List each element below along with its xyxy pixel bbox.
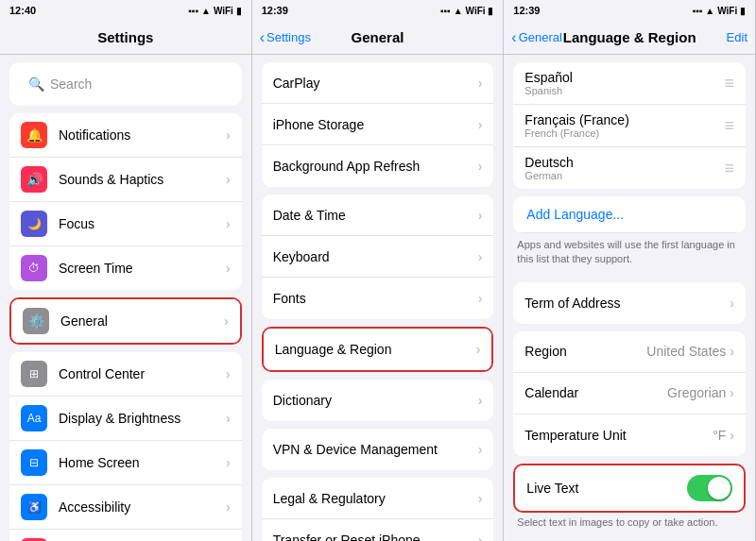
region-item[interactable]: Region United States ›: [513, 331, 746, 373]
general-item-fonts[interactable]: Fonts ›: [262, 278, 494, 319]
chevron-icon: ›: [730, 296, 734, 311]
display-label: Display & Brightness: [59, 411, 226, 426]
status-icons-2: ▪▪▪ ▲ WiFi ▮: [440, 6, 493, 16]
status-icons-3: ▪▪▪ ▲ WiFi ▮: [693, 6, 746, 16]
lang-region-title: Language & Region: [563, 29, 696, 45]
add-language-note: Apps and websites will use the first lan…: [504, 233, 755, 275]
control-center-icon: ⊞: [21, 361, 47, 387]
live-text-item[interactable]: Live Text: [515, 465, 744, 511]
general-item-legal[interactable]: Legal & Regulatory ›: [262, 478, 494, 519]
general-item-bg-refresh[interactable]: Background App Refresh ›: [262, 145, 494, 187]
notifications-label: Notifications: [59, 127, 226, 143]
general-list-3: Dictionary ›: [262, 380, 494, 421]
chevron-icon: ›: [478, 533, 483, 541]
chevron-icon: ›: [478, 249, 483, 264]
settings-item-display[interactable]: Aa Display & Brightness ›: [9, 397, 242, 441]
settings-item-control-center[interactable]: ⊞ Control Center ›: [9, 352, 242, 397]
display-icon: Aa: [21, 405, 47, 431]
add-language-container: Add Language...: [513, 196, 746, 233]
live-text-note: Select text in images to copy or take ac…: [504, 513, 755, 535]
status-bar-2: 12:39 ▪▪▪ ▲ WiFi ▮: [252, 0, 504, 21]
chevron-icon: ›: [224, 313, 229, 329]
accessibility-label: Accessibility: [59, 499, 226, 515]
notifications-icon: 🔔: [21, 122, 47, 148]
chevron-icon: ›: [730, 344, 734, 359]
general-item-keyboard[interactable]: Keyboard ›: [262, 236, 494, 278]
lang-region-highlight-box: Language & Region ›: [262, 327, 494, 372]
region-label: Region: [524, 344, 646, 359]
search-icon: 🔍: [28, 76, 44, 92]
sounds-label: Sounds & Haptics: [59, 172, 226, 187]
lang-sub-deutsch: German: [524, 170, 724, 181]
focus-label: Focus: [59, 216, 226, 231]
general-label: General: [60, 313, 224, 329]
lang-sub-espanol: Spanish: [524, 85, 724, 96]
general-item-vpn[interactable]: VPN & Device Management ›: [262, 429, 494, 470]
lang-name-french: Français (France): [524, 112, 724, 127]
time-1: 12:40: [9, 5, 36, 16]
settings-content: 🔍 Search 🔔 Notifications › 🔊 Sounds & Ha…: [0, 55, 251, 541]
chevron-icon: ›: [730, 385, 734, 400]
lang-item-espanol[interactable]: Español Spanish ≡: [513, 62, 746, 105]
search-bar[interactable]: 🔍 Search: [19, 70, 232, 98]
toggle-knob: [708, 477, 730, 499]
back-chevron-icon: ‹: [260, 29, 265, 46]
settings-item-home-screen[interactable]: ⊟ Home Screen ›: [9, 441, 242, 485]
general-highlight-wrapper: ⚙️ General ›: [9, 297, 242, 345]
term-address-item[interactable]: Term of Address ›: [513, 282, 746, 324]
dictionary-label: Dictionary: [273, 393, 478, 408]
region-value: United States: [646, 344, 726, 359]
chevron-icon: ›: [226, 261, 231, 276]
temp-unit-item[interactable]: Temperature Unit °F ›: [513, 414, 746, 456]
general-list-4: VPN & Device Management ›: [262, 429, 494, 470]
search-container[interactable]: 🔍 Search: [9, 62, 242, 106]
settings-item-wallpaper[interactable]: 🌸 Wallpaper ›: [9, 530, 242, 541]
general-list-1: CarPlay › iPhone Storage › Background Ap…: [262, 62, 494, 187]
settings-item-general[interactable]: ⚙️ General ›: [11, 299, 240, 343]
chevron-icon: ›: [226, 411, 231, 426]
status-icons-1: ▪▪▪ ▲ WiFi ▮: [188, 6, 241, 16]
lang-item-french[interactable]: Français (France) French (France) ≡: [513, 105, 746, 147]
live-text-label: Live Text: [526, 481, 687, 496]
edit-button[interactable]: Edit: [727, 30, 747, 44]
general-highlight-box: ⚙️ General ›: [9, 297, 242, 345]
chevron-icon: ›: [226, 499, 231, 515]
settings-item-notifications[interactable]: 🔔 Notifications ›: [9, 113, 242, 158]
chevron-icon: ›: [478, 159, 483, 174]
general-item-date-time[interactable]: Date & Time ›: [262, 194, 494, 236]
general-list-5: Legal & Regulatory › Transfer or Reset i…: [262, 478, 494, 541]
term-address-container: Term of Address ›: [513, 282, 746, 324]
chevron-icon: ›: [226, 127, 231, 143]
back-to-settings[interactable]: ‹ Settings: [260, 29, 311, 46]
settings-item-screen-time[interactable]: ⏱ Screen Time ›: [9, 246, 242, 290]
live-text-toggle[interactable]: [687, 475, 732, 501]
general-panel: 12:39 ▪▪▪ ▲ WiFi ▮ ‹ Settings General Ca…: [252, 0, 505, 541]
chevron-icon: ›: [226, 366, 231, 381]
add-language-item[interactable]: Add Language...: [513, 196, 746, 233]
general-item-carplay[interactable]: CarPlay ›: [262, 62, 494, 104]
back-label-lang: General: [519, 30, 562, 44]
keyboard-label: Keyboard: [273, 249, 478, 264]
lang-item-deutsch[interactable]: Deutsch German ≡: [513, 147, 746, 189]
lang-region-highlight-wrapper: Language & Region ›: [262, 327, 494, 372]
chevron-icon: ›: [478, 491, 483, 506]
sounds-icon: 🔊: [21, 166, 47, 193]
general-item-dictionary[interactable]: Dictionary ›: [262, 380, 494, 421]
settings-item-sounds[interactable]: 🔊 Sounds & Haptics ›: [9, 158, 242, 202]
general-item-lang-region[interactable]: Language & Region ›: [264, 329, 492, 370]
back-to-general[interactable]: ‹ General: [511, 29, 562, 46]
general-item-iphone-storage[interactable]: iPhone Storage ›: [262, 104, 494, 145]
language-region-panel: 12:39 ▪▪▪ ▲ WiFi ▮ ‹ General Language & …: [504, 0, 756, 541]
chevron-icon: ›: [476, 342, 481, 357]
lang-sub-french: French (France): [524, 127, 724, 139]
settings-panel: 12:40 ▪▪▪ ▲ WiFi ▮ Settings 🔍 Search 🔔 N…: [0, 0, 252, 541]
calendar-item[interactable]: Calendar Gregorian ›: [513, 373, 746, 414]
lang-name-deutsch: Deutsch: [524, 155, 724, 170]
general-item-transfer[interactable]: Transfer or Reset iPhone ›: [262, 519, 494, 541]
date-time-label: Date & Time: [273, 208, 478, 223]
settings-item-focus[interactable]: 🌙 Focus ›: [9, 202, 242, 246]
chevron-icon: ›: [478, 393, 483, 408]
settings-item-accessibility[interactable]: ♿ Accessibility ›: [9, 485, 242, 530]
carplay-label: CarPlay: [273, 76, 478, 91]
languages-list: Español Spanish ≡ Français (France) Fren…: [513, 62, 746, 189]
